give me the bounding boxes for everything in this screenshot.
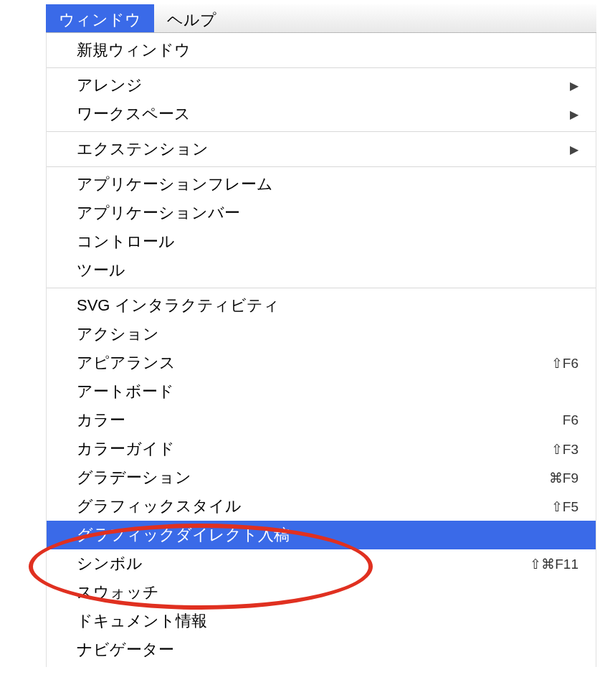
menu-item-control[interactable]: コントロール bbox=[47, 227, 596, 256]
menu-item-label: カラーガイド bbox=[77, 438, 551, 460]
menu-item-label: グラデーション bbox=[77, 467, 549, 488]
menu-item-svg-interactivity[interactable]: SVG インタラクティビティ bbox=[47, 291, 596, 320]
menu-item-app-frame[interactable]: アプリケーションフレーム bbox=[47, 170, 596, 199]
dropdown-menu: 新規ウィンドウ アレンジ ▶ ワークスペース ▶ エクステンション ▶ アプリケ… bbox=[46, 33, 596, 667]
menu-section-1: 新規ウィンドウ bbox=[47, 33, 596, 68]
menu-item-label: 新規ウィンドウ bbox=[77, 39, 578, 61]
menu-item-shortcut: ⇧F3 bbox=[551, 441, 578, 458]
menu-item-app-bar[interactable]: アプリケーションバー bbox=[47, 199, 596, 227]
menu-item-swatch[interactable]: スウォッチ bbox=[47, 578, 596, 607]
menubar-window[interactable]: ウィンドウ bbox=[46, 4, 154, 32]
menu-item-label: アピアランス bbox=[77, 352, 551, 374]
menubar: ウィンドウ ヘルプ bbox=[46, 4, 596, 33]
menu-item-gradient[interactable]: グラデーション ⌘F9 bbox=[47, 463, 596, 492]
menu-item-appearance[interactable]: アピアランス ⇧F6 bbox=[47, 349, 596, 377]
menu-item-label: エクステンション bbox=[77, 138, 570, 160]
menu-item-shortcut: ⌘F9 bbox=[549, 470, 578, 486]
menu-item-color-guide[interactable]: カラーガイド ⇧F3 bbox=[47, 435, 596, 463]
menu-item-label: アクション bbox=[77, 323, 578, 345]
menu-item-artboard[interactable]: アートボード bbox=[47, 377, 596, 406]
menu-item-tool[interactable]: ツール bbox=[47, 256, 596, 285]
submenu-arrow-icon: ▶ bbox=[570, 108, 578, 121]
menu-item-label: シンボル bbox=[77, 553, 530, 574]
menu-section-5: SVG インタラクティビティ アクション アピアランス ⇧F6 アートボード カ… bbox=[47, 288, 596, 667]
submenu-arrow-icon: ▶ bbox=[570, 79, 578, 93]
menu-item-shortcut: F6 bbox=[563, 412, 578, 428]
menu-item-label: ナビゲーター bbox=[77, 639, 578, 661]
menu-item-arrange[interactable]: アレンジ ▶ bbox=[47, 71, 596, 100]
menu-item-shortcut: ⇧F5 bbox=[551, 498, 578, 515]
menu-item-workspace[interactable]: ワークスペース ▶ bbox=[47, 100, 596, 128]
menu-item-label: アートボード bbox=[77, 381, 578, 402]
menu-item-color[interactable]: カラー F6 bbox=[47, 406, 596, 435]
menu-section-2: アレンジ ▶ ワークスペース ▶ bbox=[47, 68, 596, 132]
menu-item-label: アプリケーションフレーム bbox=[77, 174, 578, 195]
menu-section-3: エクステンション ▶ bbox=[47, 132, 596, 167]
menu-item-label: カラー bbox=[77, 410, 563, 431]
submenu-arrow-icon: ▶ bbox=[570, 143, 578, 156]
menu-item-extension[interactable]: エクステンション ▶ bbox=[47, 135, 596, 164]
menu-item-symbol[interactable]: シンボル ⇧⌘F11 bbox=[47, 549, 596, 578]
menu-item-label: グラフィックダイレクト入稿 bbox=[77, 524, 578, 546]
menu-item-shortcut: ⇧F6 bbox=[551, 355, 578, 372]
menu-item-label: ドキュメント情報 bbox=[77, 610, 578, 632]
menu-item-graphic-direct[interactable]: グラフィックダイレクト入稿 bbox=[47, 521, 596, 549]
menu-item-label: スウォッチ bbox=[77, 582, 578, 603]
menu-item-label: グラフィックスタイル bbox=[77, 496, 551, 517]
menu-item-navigator[interactable]: ナビゲーター bbox=[47, 635, 596, 664]
menu-item-label: コントロール bbox=[77, 231, 578, 252]
menubar-help[interactable]: ヘルプ bbox=[154, 4, 229, 32]
menu-item-graphic-style[interactable]: グラフィックスタイル ⇧F5 bbox=[47, 492, 596, 521]
menu-item-label: アレンジ bbox=[77, 75, 570, 96]
menu-item-label: ワークスペース bbox=[77, 103, 570, 125]
menu-item-label: アプリケーションバー bbox=[77, 202, 578, 224]
menu-item-label: ツール bbox=[77, 260, 578, 281]
menu-item-action[interactable]: アクション bbox=[47, 320, 596, 349]
menu-item-doc-info[interactable]: ドキュメント情報 bbox=[47, 607, 596, 635]
menu-item-label: SVG インタラクティビティ bbox=[77, 295, 578, 316]
menu-item-new-window[interactable]: 新規ウィンドウ bbox=[47, 36, 596, 65]
menu-item-shortcut: ⇧⌘F11 bbox=[530, 556, 578, 572]
menu-section-4: アプリケーションフレーム アプリケーションバー コントロール ツール bbox=[47, 167, 596, 288]
